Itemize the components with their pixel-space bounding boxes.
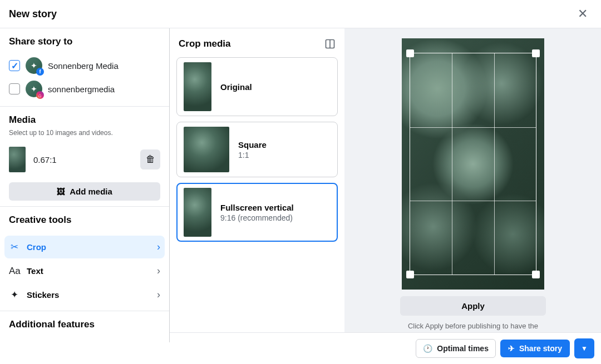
crop-grid-line [410, 201, 536, 201]
preview-panel: Apply Click Apply before publishing to h… [345, 28, 601, 364]
apply-button[interactable]: Apply [400, 296, 546, 316]
crop-option-sub: 9:16 (recommended) [220, 213, 294, 222]
text-icon: Aa [9, 266, 20, 277]
additional-features-title: Additional features [9, 319, 160, 330]
account-row-facebook[interactable]: ✦ f Sonnenberg Media [9, 54, 160, 77]
share-section-title: Share story to [9, 36, 160, 47]
tool-stickers[interactable]: ✦ Stickers › [4, 283, 165, 306]
share-story-button[interactable]: ✈ Share story [500, 340, 570, 357]
facebook-badge-icon: f [36, 68, 44, 76]
tool-text[interactable]: Aa Text › [4, 260, 165, 282]
avatar: ✦ ⌂ [26, 81, 42, 97]
dialog-header: New story ✕ [0, 0, 601, 28]
crop-handle-tr[interactable] [532, 49, 540, 57]
chevron-down-icon: ▼ [581, 345, 588, 352]
crop-grid-line [494, 53, 495, 275]
crop-overlay[interactable] [410, 53, 536, 275]
image-plus-icon: 🖼 [57, 187, 65, 196]
crop-option-fullscreen-vertical[interactable]: Fullscreen vertical 9:16 (recommended) [176, 183, 338, 242]
crop-option-square[interactable]: Square 1:1 [176, 122, 338, 177]
optimal-times-label: Optimal times [437, 344, 489, 353]
clock-icon: 🕐 [423, 344, 432, 353]
media-aspect-ratio: 0.67:1 [33, 155, 132, 164]
crop-option-sub: 1:1 [238, 151, 267, 159]
tool-label: Text [27, 266, 150, 276]
tool-crop[interactable]: ✂ Crop › [4, 236, 165, 258]
apply-button-label: Apply [461, 301, 485, 311]
crop-grid-line [410, 127, 536, 128]
crop-panel-title: Crop media [179, 38, 231, 49]
chevron-right-icon: › [157, 289, 160, 301]
avatar: ✦ f [26, 57, 42, 74]
optimal-times-button[interactable]: 🕐 Optimal times [416, 339, 496, 358]
crop-thumbnail [184, 188, 211, 237]
chevron-right-icon: › [157, 265, 160, 277]
crop-panel-header: Crop media [176, 38, 338, 49]
crop-option-label: Fullscreen vertical [220, 203, 294, 212]
share-section: Share story to ✦ f Sonnenberg Media ✦ ⌂ … [0, 28, 169, 106]
paper-plane-icon: ✈ [508, 344, 515, 353]
footer-actions: 🕐 Optimal times ✈ Share story ▼ [170, 332, 601, 364]
share-dropdown-button[interactable]: ▼ [574, 338, 594, 358]
account-name: sonnenbergmedia [48, 84, 115, 94]
crop-thumbnail [184, 62, 211, 111]
left-sidebar[interactable]: Share story to ✦ f Sonnenberg Media ✦ ⌂ … [0, 28, 170, 342]
tool-label: Stickers [27, 290, 150, 300]
instagram-badge-icon: ⌂ [36, 91, 44, 99]
crop-grid-line [452, 53, 452, 275]
crop-option-original[interactable]: Original [176, 57, 338, 116]
main-content: Share story to ✦ f Sonnenberg Media ✦ ⌂ … [0, 28, 601, 364]
preview-frame[interactable] [402, 38, 544, 290]
chevron-right-icon: › [157, 241, 160, 253]
add-media-button[interactable]: 🖼 Add media [9, 182, 160, 201]
account-checkbox[interactable] [9, 60, 20, 71]
creative-tools-section: Creative tools [0, 207, 169, 235]
share-story-label: Share story [519, 344, 562, 353]
crop-handle-bl[interactable] [406, 271, 414, 278]
crop-handle-tl[interactable] [406, 49, 414, 57]
add-media-label: Add media [70, 187, 112, 196]
crop-option-label: Original [220, 82, 252, 92]
trash-icon: 🗑 [146, 154, 155, 165]
crop-panel: Crop media Original Square 1:1 Fullscree… [170, 28, 345, 364]
additional-features-section: Additional features [0, 311, 169, 342]
stickers-icon: ✦ [9, 289, 20, 301]
crop-icon: ✂ [9, 241, 20, 253]
crop-option-label: Square [238, 140, 267, 149]
media-item[interactable]: 0.67:1 🗑 [9, 142, 160, 177]
dialog-title: New story [9, 8, 57, 20]
media-thumbnail[interactable] [9, 147, 26, 172]
delete-media-button[interactable]: 🗑 [140, 149, 160, 169]
account-name: Sonnenberg Media [48, 61, 119, 71]
crop-handle-br[interactable] [532, 271, 540, 278]
tool-label: Crop [27, 242, 150, 252]
media-section: Media Select up to 10 images and videos.… [0, 107, 169, 206]
crop-thumbnail [184, 127, 229, 172]
account-checkbox[interactable] [9, 83, 20, 94]
creative-tools-title: Creative tools [9, 215, 160, 226]
close-button[interactable]: ✕ [573, 4, 592, 23]
account-row-instagram[interactable]: ✦ ⌂ sonnenbergmedia [9, 77, 160, 101]
media-section-subtitle: Select up to 10 images and videos. [9, 129, 160, 137]
media-section-title: Media [9, 114, 160, 126]
aspect-switcher-icon[interactable] [324, 38, 336, 49]
